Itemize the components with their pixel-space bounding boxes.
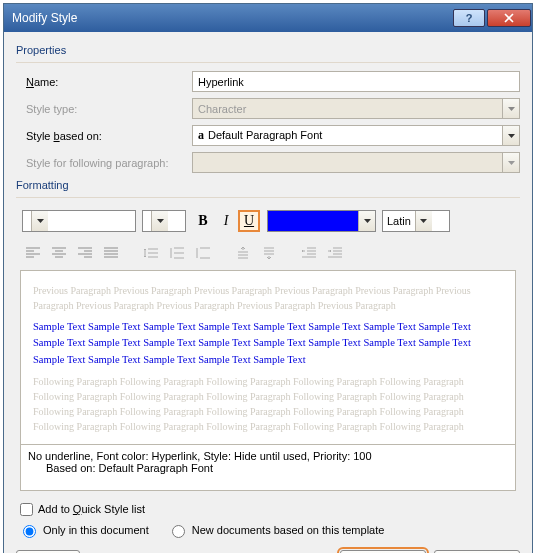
chevron-down-icon[interactable] xyxy=(502,126,519,145)
help-button[interactable]: ? xyxy=(453,9,485,27)
indent-increase-button xyxy=(324,242,346,264)
titlebar[interactable]: Modify Style ? xyxy=(4,4,532,32)
font-name-combo[interactable] xyxy=(22,210,136,232)
font-color-combo[interactable] xyxy=(267,210,376,232)
new-documents-radio[interactable] xyxy=(172,525,185,538)
preview-sample-text: Sample Text Sample Text Sample Text Samp… xyxy=(27,315,509,372)
chevron-down-icon[interactable] xyxy=(415,211,432,231)
properties-group-label: Properties xyxy=(16,44,520,56)
close-icon xyxy=(504,13,514,23)
bold-button[interactable]: B xyxy=(192,210,214,232)
style-description: No underline, Font color: Hyperlink, Sty… xyxy=(20,445,516,491)
name-label: Name: xyxy=(16,76,192,88)
chevron-down-icon[interactable] xyxy=(31,211,48,231)
following-paragraph-label: Style for following paragraph: xyxy=(16,157,192,169)
close-button[interactable] xyxy=(487,9,531,27)
formatting-group-label: Formatting xyxy=(16,179,520,191)
only-in-document-radio[interactable] xyxy=(23,525,36,538)
name-input[interactable]: Hyperlink xyxy=(192,71,520,92)
style-type-label: Style type: xyxy=(16,103,192,115)
add-to-quick-style-label: Add to Quick Style list xyxy=(38,503,145,515)
italic-button[interactable]: I xyxy=(215,210,237,232)
align-center-button xyxy=(48,242,70,264)
chevron-down-icon xyxy=(502,153,519,172)
align-left-button xyxy=(22,242,44,264)
script-combo[interactable]: Latin xyxy=(382,210,450,232)
align-right-button xyxy=(74,242,96,264)
underline-button[interactable]: U xyxy=(238,210,260,232)
spacing-2-button xyxy=(192,242,214,264)
style-type-combo: Character xyxy=(192,98,520,119)
chevron-down-icon[interactable] xyxy=(358,211,375,231)
space-before-dec-button xyxy=(258,242,280,264)
new-documents-label: New documents based on this template xyxy=(192,524,385,536)
preview-previous-text: Previous Paragraph Previous Paragraph Pr… xyxy=(27,281,509,315)
chevron-down-icon xyxy=(502,99,519,118)
modify-style-dialog: Modify Style ? Properties Name: Hyperlin… xyxy=(3,3,533,553)
preview-following-text: Following Paragraph Following Paragraph … xyxy=(27,372,509,436)
font-size-combo[interactable] xyxy=(142,210,186,232)
style-based-on-label: Style based on: xyxy=(16,130,192,142)
space-before-inc-button xyxy=(232,242,254,264)
spacing-1-button xyxy=(140,242,162,264)
align-justify-button xyxy=(100,242,122,264)
only-in-document-label: Only in this document xyxy=(43,524,149,536)
preview-box: Previous Paragraph Previous Paragraph Pr… xyxy=(20,270,516,445)
indent-decrease-button xyxy=(298,242,320,264)
style-based-on-combo[interactable]: aDefault Paragraph Font xyxy=(192,125,520,146)
spacing-1.5-button xyxy=(166,242,188,264)
window-title: Modify Style xyxy=(4,11,77,25)
add-to-quick-style-checkbox[interactable] xyxy=(20,503,33,516)
chevron-down-icon[interactable] xyxy=(151,211,168,231)
following-paragraph-combo xyxy=(192,152,520,173)
